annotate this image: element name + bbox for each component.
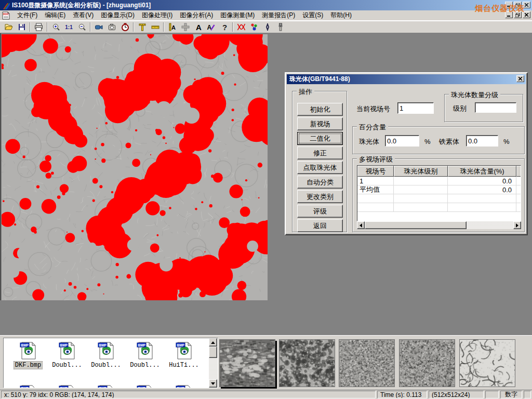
scroll-down-button[interactable] xyxy=(209,379,217,388)
menu-report[interactable]: 测量报告(P) xyxy=(258,10,299,21)
open-button[interactable] xyxy=(2,22,15,33)
scroll-right-button[interactable] xyxy=(513,221,521,229)
thumbnail-1[interactable] xyxy=(219,339,275,387)
file-item-clipped[interactable]: BMP xyxy=(87,384,125,388)
table-row[interactable]: 1 0.0 xyxy=(357,177,521,185)
file-list-scrollbar[interactable] xyxy=(209,338,218,388)
pearlite-input[interactable] xyxy=(385,135,419,147)
thumbnail-3[interactable] xyxy=(339,339,395,387)
new-field-button[interactable]: 新视场 xyxy=(297,117,343,130)
file-item[interactable]: BMP Doubl... xyxy=(87,341,125,369)
file-item[interactable]: BMP DKF.bmp xyxy=(9,341,47,369)
change-class-button[interactable]: 更改类别 xyxy=(297,190,343,203)
zoom-in-icon xyxy=(52,23,60,31)
file-item-clipped[interactable]: BMP xyxy=(165,384,203,388)
grid-button[interactable] xyxy=(179,22,192,33)
correct-button[interactable]: 修正 xyxy=(297,147,343,159)
dialog-close-button[interactable] xyxy=(516,75,524,82)
col-pearlite-grade[interactable]: 珠光体级别 xyxy=(394,166,448,177)
scrollbar-track[interactable] xyxy=(467,221,513,229)
svg-text:BMP: BMP xyxy=(60,387,68,389)
mdi-restore-button[interactable] xyxy=(514,11,522,18)
file-name[interactable]: Doubl... xyxy=(129,362,161,369)
menu-view[interactable]: 查看(V) xyxy=(69,10,97,21)
menu-image-analysis[interactable]: 图像分析(A) xyxy=(176,10,217,21)
col-ferrite[interactable]: 铁素体 xyxy=(516,166,521,177)
dialog-title-bar[interactable]: 珠光体(GB/T9441-88) xyxy=(287,74,526,84)
mdi-close-button[interactable] xyxy=(523,11,530,18)
pick-pearlite-button[interactable]: 点取珠光体 xyxy=(297,161,343,174)
measure-text-button[interactable]: A xyxy=(166,22,179,33)
open-folder-icon xyxy=(4,23,14,31)
curve-tool-button[interactable] xyxy=(235,22,248,33)
annotate-button[interactable]: A xyxy=(205,22,218,33)
camera-capture-button[interactable] xyxy=(105,22,118,33)
pen-tool-button[interactable] xyxy=(261,22,274,33)
zoom-out-button[interactable] xyxy=(75,22,88,33)
toolbar: 1:1 A A A ? xyxy=(0,21,532,33)
file-item-clipped[interactable]: BMP xyxy=(9,384,47,388)
help-button[interactable]: ? xyxy=(218,22,231,33)
scrollbar-thumb[interactable] xyxy=(209,347,217,358)
level-input[interactable] xyxy=(475,102,516,113)
thumbnail-4[interactable] xyxy=(399,339,455,387)
menu-bar: DOC 文件(F) 编辑(E) 查看(V) 图像显示(D) 图像处理(I) 图像… xyxy=(0,10,532,21)
color-points-button[interactable] xyxy=(248,22,261,33)
binarize-button[interactable]: 二值化 xyxy=(297,132,343,145)
restore-button[interactable] xyxy=(514,2,522,8)
minimize-button[interactable] xyxy=(505,2,513,8)
file-item[interactable]: BMP HuiTi... xyxy=(165,341,203,369)
file-name[interactable]: Doubl... xyxy=(51,362,83,369)
bmp-file-icon: BMP xyxy=(175,384,193,388)
text-button[interactable]: A xyxy=(192,22,205,33)
grading-group: 珠光体数量分级 级别 xyxy=(444,94,523,122)
init-button[interactable]: 初始化 xyxy=(297,103,343,116)
auto-classify-button[interactable]: 自动分类 xyxy=(297,176,343,189)
svg-text:BMP: BMP xyxy=(138,343,146,347)
grading-table[interactable]: 视场号 珠光体级别 珠光体含量(%) 铁素体 1 0.0 平均值 xyxy=(357,165,521,221)
actual-size-button[interactable]: 1:1 xyxy=(62,22,75,33)
scroll-left-button[interactable] xyxy=(357,221,365,229)
file-name[interactable]: DKF.bmp xyxy=(14,361,43,369)
scrollbar-thumb[interactable] xyxy=(365,221,467,229)
table-row[interactable]: 平均值 0.0 xyxy=(357,185,521,194)
menu-image-measure[interactable]: 图像测量(M) xyxy=(217,10,258,21)
file-item[interactable]: BMP Doubl... xyxy=(126,341,164,369)
scroll-up-button[interactable] xyxy=(209,338,217,347)
return-button[interactable]: 返回 xyxy=(297,219,343,232)
ferrite-input[interactable] xyxy=(466,135,498,147)
mdi-minimize-button[interactable] xyxy=(505,11,513,18)
print-button[interactable] xyxy=(32,22,45,33)
video-capture-button[interactable] xyxy=(92,22,105,33)
current-field-input[interactable] xyxy=(397,102,434,114)
file-item-clipped[interactable]: BMP xyxy=(48,384,86,388)
menu-image-processing[interactable]: 图像处理(I) xyxy=(138,10,176,21)
menu-settings[interactable]: 设置(S) xyxy=(299,10,327,21)
thumbnail-5[interactable] xyxy=(459,339,515,387)
metallographic-image[interactable] xyxy=(2,34,268,300)
ruler-button[interactable] xyxy=(149,22,162,33)
document-icon[interactable]: DOC xyxy=(2,11,10,20)
zoom-in-button[interactable] xyxy=(49,22,62,33)
annotate-pencil-icon: A xyxy=(207,23,216,31)
grade-button[interactable]: 评级 xyxy=(297,205,343,218)
caliper-measure-button[interactable] xyxy=(136,22,149,33)
svg-text:?: ? xyxy=(222,23,227,31)
col-field-number[interactable]: 视场号 xyxy=(357,166,394,177)
file-item[interactable]: BMP Doubl... xyxy=(48,341,86,369)
status-mode: 数字 xyxy=(500,391,522,398)
timer-button[interactable] xyxy=(118,22,131,33)
brush-tool-button[interactable] xyxy=(274,22,287,33)
file-item-clipped[interactable]: BMP xyxy=(126,384,164,388)
table-horizontal-scrollbar[interactable] xyxy=(357,221,521,229)
save-button[interactable] xyxy=(15,22,28,33)
file-name[interactable]: Doubl... xyxy=(90,362,122,369)
menu-file[interactable]: 文件(F) xyxy=(14,10,41,21)
menu-edit[interactable]: 编辑(E) xyxy=(41,10,69,21)
file-name[interactable]: HuiTi... xyxy=(168,362,200,369)
menu-help[interactable]: 帮助(H) xyxy=(327,10,355,21)
close-button[interactable] xyxy=(523,2,530,8)
menu-image-display[interactable]: 图像显示(D) xyxy=(97,10,138,21)
thumbnail-2[interactable] xyxy=(279,339,335,387)
col-pearlite-content[interactable]: 珠光体含量(%) xyxy=(448,166,516,177)
